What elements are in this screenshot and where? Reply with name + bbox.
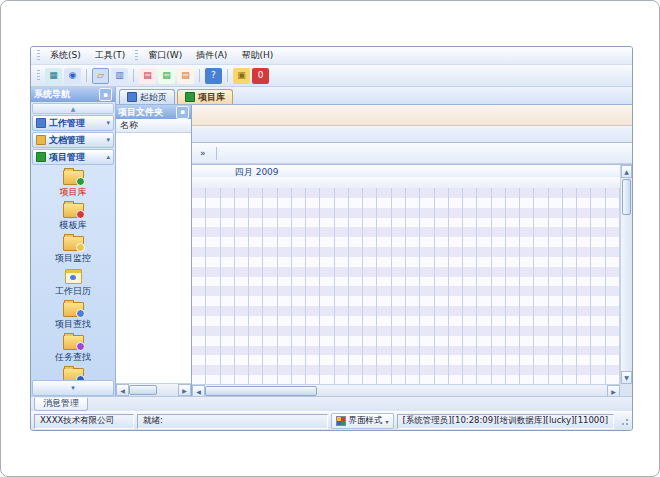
globe-icon[interactable]: ◉ (64, 68, 81, 84)
open-folder-icon[interactable]: ▱ (92, 68, 109, 84)
gantt-toolbar: » (192, 143, 632, 164)
scroll-right-icon[interactable]: ▶ (178, 384, 191, 396)
sidebar-title: 系统导航 (34, 88, 70, 101)
pin-icon[interactable]: ▪ (99, 88, 112, 101)
sidebar-collapsed-group[interactable]: ▾ (32, 380, 114, 396)
menu-item-3[interactable]: 插件(A) (189, 48, 234, 63)
status-text: 就绪: (137, 414, 328, 429)
project-tree-panel: 项目文件夹 ▪ 名称 ◀ ▶ (116, 105, 192, 396)
grip-handle[interactable] (37, 50, 40, 61)
toolbar-overflow-button[interactable]: » (196, 146, 210, 160)
calendar-icon (65, 269, 82, 284)
status-bar: XXXX技术有限公司 就绪: 界面样式 ▾ [系统管理员][10:28:09][… (31, 411, 632, 430)
sidebar-group-1[interactable]: 文档管理▾ (32, 132, 114, 148)
icon-decoration (70, 275, 76, 280)
group-icon (36, 135, 46, 145)
tree-horizontal-scrollbar[interactable]: ◀ ▶ (116, 383, 191, 396)
sidebar-item-label: 项目监控 (55, 252, 91, 265)
tree-column-header[interactable]: 名称 (116, 119, 191, 133)
scroll-left-icon[interactable]: ◀ (116, 384, 129, 396)
report-red-icon[interactable]: ▤ (139, 68, 156, 84)
sidebar-item-6[interactable]: 项目文档查找 (46, 368, 100, 380)
grip-handle[interactable] (135, 50, 138, 61)
icon-decoration (76, 309, 85, 318)
scroll-up-icon[interactable]: ▲ (621, 165, 632, 178)
lock-icon[interactable]: ▣ (233, 68, 250, 84)
tree-body (116, 133, 191, 383)
folder-icon (63, 335, 84, 350)
scrollbar-thumb[interactable] (205, 386, 317, 396)
sidebar-item-0[interactable]: 项目库 (60, 170, 87, 199)
scroll-left-icon[interactable]: ◀ (192, 385, 205, 396)
sidebar-item-5[interactable]: 任务查找 (55, 335, 91, 364)
sidebar-group-0[interactable]: 工作管理▾ (32, 115, 114, 131)
group-label: 项目管理 (49, 151, 85, 164)
tree-panel-header: 项目文件夹 ▪ (116, 105, 191, 119)
icon-decoration (76, 342, 85, 351)
tab-icon (127, 92, 137, 102)
scroll-right-icon[interactable]: ▶ (607, 385, 620, 396)
computer-icon[interactable]: ▦ (45, 68, 62, 84)
toolbar-separator (199, 69, 200, 82)
ui-style-label: 界面样式 (349, 415, 383, 427)
detail-tabs (192, 126, 632, 143)
menu-item-0[interactable]: 系统(S) (43, 48, 88, 63)
folder-icon (63, 302, 84, 317)
menu-item-2[interactable]: 窗口(W) (141, 48, 189, 63)
screenshot-frame: 系统(S)工具(T)窗口(W)插件(A)帮助(H) ▦◉▱▥▤▤▤?▣0 系统导… (0, 0, 660, 477)
scrollbar-corner (620, 384, 632, 396)
toolbar-separator (227, 69, 228, 82)
chevron-down-icon: ▾ (106, 119, 110, 127)
gantt-horizontal-scrollbar[interactable]: ◀ ▶ (192, 384, 620, 396)
menu-bar: 系统(S)工具(T)窗口(W)插件(A)帮助(H) (31, 47, 632, 65)
tab-icon (185, 92, 195, 102)
resize-grip[interactable] (619, 416, 629, 426)
sidebar-item-3[interactable]: 工作日历 (55, 269, 91, 298)
main-area: 系统导航 ▪ ▲ 工作管理▾文档管理▾项目管理▴ 项目库模板库项目监控工作日历项… (31, 87, 632, 396)
chevron-up-icon: ▴ (106, 153, 110, 161)
sidebar-item-label: 项目查找 (55, 318, 91, 331)
chevron-down-icon: ▾ (71, 384, 75, 392)
menu-item-1[interactable]: 工具(T) (88, 48, 133, 63)
folder-icon (63, 368, 84, 380)
style-palette-icon (336, 416, 346, 426)
status-filter-tabs (192, 105, 632, 126)
folder-icon (63, 236, 84, 251)
monitor-icon[interactable]: ▥ (111, 68, 128, 84)
scrollbar-thumb[interactable] (622, 179, 631, 215)
group-icon (36, 118, 46, 128)
sidebar-item-label: 工作日历 (55, 285, 91, 298)
grip-handle[interactable] (37, 70, 40, 81)
tree-panel-title: 项目文件夹 (118, 106, 163, 119)
toolbar-separator (133, 69, 134, 82)
help-icon[interactable]: ? (205, 68, 222, 84)
sidebar-item-2[interactable]: 项目监控 (55, 236, 91, 265)
gantt-vertical-scrollbar[interactable]: ▲ ▼ (620, 165, 632, 384)
document-tabs: 起始页项目库 (116, 87, 632, 105)
icon-decoration (76, 210, 85, 219)
content-row: 项目文件夹 ▪ 名称 ◀ ▶ (116, 105, 632, 396)
icon-decoration (76, 243, 85, 252)
report-green-icon[interactable]: ▤ (158, 68, 175, 84)
menu-item-4[interactable]: 帮助(H) (234, 48, 280, 63)
sidebar-item-4[interactable]: 项目查找 (55, 302, 91, 331)
tab-起始页[interactable]: 起始页 (119, 89, 175, 104)
sidebar-group-2[interactable]: 项目管理▴ (32, 149, 114, 165)
bottom-dock-tabrow: 消息管理 (31, 396, 632, 411)
scrollbar-thumb[interactable] (129, 385, 157, 395)
tab-项目库[interactable]: 项目库 (177, 89, 233, 104)
scroll-down-icon[interactable]: ▼ (621, 371, 632, 384)
tab-message-management[interactable]: 消息管理 (34, 398, 88, 411)
sidebar-collapse-button[interactable]: ▲ (32, 103, 114, 114)
stop-icon[interactable]: 0 (252, 68, 269, 84)
report-orange-icon[interactable]: ▤ (177, 68, 194, 84)
chevron-down-icon: ▾ (386, 418, 389, 425)
folder-icon (63, 203, 84, 218)
sidebar-header: 系统导航 ▪ (31, 87, 115, 102)
sidebar: 系统导航 ▪ ▲ 工作管理▾文档管理▾项目管理▴ 项目库模板库项目监控工作日历项… (31, 87, 116, 396)
ui-style-dropdown[interactable]: 界面样式 ▾ (331, 413, 394, 429)
tab-label: 起始页 (140, 91, 167, 104)
pin-icon[interactable]: ▪ (176, 106, 189, 119)
group-label: 工作管理 (49, 117, 85, 130)
sidebar-item-1[interactable]: 模板库 (60, 203, 87, 232)
